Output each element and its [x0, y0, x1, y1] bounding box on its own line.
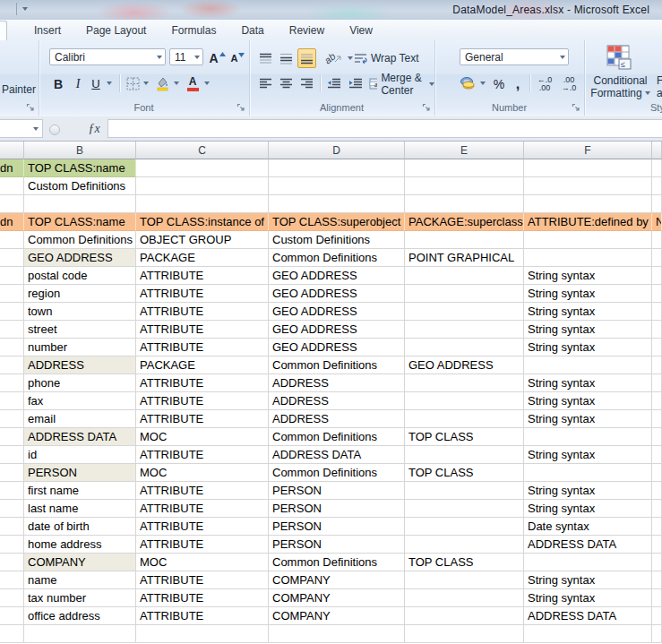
cell-A24[interactable] [0, 571, 24, 589]
cell-D16[interactable]: Common Definitions [269, 428, 405, 446]
tab-view[interactable]: View [337, 21, 385, 40]
orientation-chevron-icon[interactable] [348, 56, 353, 60]
cell-G1[interactable] [652, 159, 662, 177]
cell-A12[interactable] [0, 356, 24, 374]
cell-F17[interactable]: String syntax [524, 446, 652, 464]
cell-B19[interactable]: first name [24, 482, 136, 500]
cell-B22[interactable]: home address [24, 536, 136, 554]
cell-E24[interactable] [405, 571, 524, 589]
cell-D4[interactable]: TOP CLASS:superobject [269, 213, 405, 231]
cell-G9[interactable] [652, 303, 662, 321]
cell-G10[interactable] [652, 321, 662, 339]
cell-F27[interactable] [524, 625, 652, 643]
cell-G26[interactable] [652, 607, 662, 625]
tab-home-cutoff[interactable] [0, 21, 7, 40]
cell-E6[interactable]: POINT GRAPHICAL [405, 249, 524, 267]
cell-G24[interactable] [652, 571, 662, 589]
tab-page-layout[interactable]: Page Layout [73, 21, 159, 40]
cell-B3[interactable] [24, 195, 136, 213]
cell-A27[interactable] [0, 625, 24, 643]
cell-A20[interactable] [0, 500, 24, 518]
increase-decimal-button[interactable]: ←.0.00 [534, 73, 555, 94]
cell-G2[interactable] [652, 177, 662, 195]
cell-E27[interactable] [405, 625, 524, 643]
cell-D7[interactable]: GEO ADDRESS [269, 267, 405, 285]
cell-E3[interactable] [405, 195, 524, 213]
borders-chevron-icon[interactable] [143, 82, 149, 85]
conditional-formatting-label[interactable]: Conditional Formatting [584, 74, 657, 99]
cell-E17[interactable] [405, 446, 524, 464]
cell-E21[interactable] [405, 518, 524, 536]
cell-F8[interactable]: String syntax [524, 285, 652, 303]
cell-A11[interactable] [0, 339, 24, 356]
decrease-decimal-button[interactable]: .00→.0 [558, 73, 580, 94]
cell-A19[interactable] [0, 482, 24, 500]
cell-G13[interactable] [652, 374, 662, 392]
cell-F16[interactable] [524, 428, 652, 446]
cell-E14[interactable] [405, 392, 524, 410]
cell-G18[interactable] [652, 464, 662, 482]
cell-C3[interactable] [136, 195, 269, 213]
cell-F25[interactable]: String syntax [524, 589, 652, 607]
cell-A3[interactable] [0, 195, 24, 213]
cell-C5[interactable]: OBJECT GROUP [136, 231, 269, 249]
cell-A14[interactable] [0, 392, 24, 410]
cell-F21[interactable]: Date syntax [524, 518, 652, 536]
cell-A23[interactable] [0, 554, 24, 571]
wrap-text-button[interactable]: Wrap Text [354, 48, 419, 68]
underline-button[interactable]: U [88, 73, 104, 94]
cell-A6[interactable] [0, 249, 24, 267]
cell-D22[interactable]: PERSON [269, 536, 405, 554]
column-header-E[interactable]: E [405, 142, 524, 159]
cell-E26[interactable] [405, 607, 524, 625]
tab-data[interactable]: Data [228, 21, 276, 40]
cell-D26[interactable]: COMPANY [269, 607, 405, 625]
cell-F10[interactable]: String syntax [524, 321, 652, 339]
cell-C8[interactable]: ATTRIBUTE [136, 285, 269, 303]
cell-G17[interactable] [652, 446, 662, 464]
cell-F2[interactable] [524, 177, 652, 195]
cell-C15[interactable]: ATTRIBUTE [136, 410, 269, 428]
cell-F1[interactable] [524, 159, 652, 177]
cell-B12[interactable]: ADDRESS [24, 356, 136, 374]
cell-D20[interactable]: PERSON [269, 500, 405, 518]
formula-input[interactable] [107, 119, 662, 138]
cell-F11[interactable]: String syntax [524, 339, 652, 356]
cell-B8[interactable]: region [24, 285, 136, 303]
font-color-chevron-icon[interactable] [204, 82, 210, 85]
number-format-select[interactable]: General [460, 48, 569, 65]
top-align-button[interactable] [256, 48, 275, 68]
column-header-G[interactable] [652, 142, 662, 159]
middle-align-button[interactable] [277, 48, 296, 68]
cell-A13[interactable] [0, 374, 24, 392]
cell-B2[interactable]: Custom Definitions [24, 177, 136, 195]
cell-E12[interactable]: GEO ADDRESS [405, 356, 524, 374]
cell-A18[interactable] [0, 464, 24, 482]
cell-C18[interactable]: MOC [136, 464, 269, 482]
bold-button[interactable]: B [49, 73, 67, 94]
format-painter-button[interactable]: Painter [2, 83, 36, 96]
cell-C23[interactable]: MOC [136, 554, 269, 571]
cell-G12[interactable] [652, 356, 662, 374]
cell-C10[interactable]: ATTRIBUTE [136, 321, 269, 339]
cell-C14[interactable]: ATTRIBUTE [136, 392, 269, 410]
cell-C21[interactable]: ATTRIBUTE [136, 518, 269, 536]
tab-insert[interactable]: Insert [21, 21, 73, 40]
cell-A17[interactable] [0, 446, 24, 464]
cell-G22[interactable] [652, 536, 662, 554]
cell-A8[interactable] [0, 285, 24, 303]
cell-D23[interactable]: Common Definitions [269, 554, 405, 571]
cell-D15[interactable]: ADDRESS [269, 410, 405, 428]
cell-A25[interactable] [0, 589, 24, 607]
name-box[interactable] [0, 119, 43, 138]
cell-C2[interactable] [136, 177, 269, 195]
cell-B4[interactable]: TOP CLASS:name [24, 213, 136, 231]
cell-D9[interactable]: GEO ADDRESS [269, 303, 405, 321]
cell-E1[interactable] [405, 159, 524, 177]
cell-G3[interactable] [652, 195, 662, 213]
cell-E5[interactable] [405, 231, 524, 249]
cell-D14[interactable]: ADDRESS [269, 392, 405, 410]
cell-G21[interactable] [652, 518, 662, 536]
cell-B18[interactable]: PERSON [24, 464, 136, 482]
cell-C25[interactable]: ATTRIBUTE [136, 589, 269, 607]
